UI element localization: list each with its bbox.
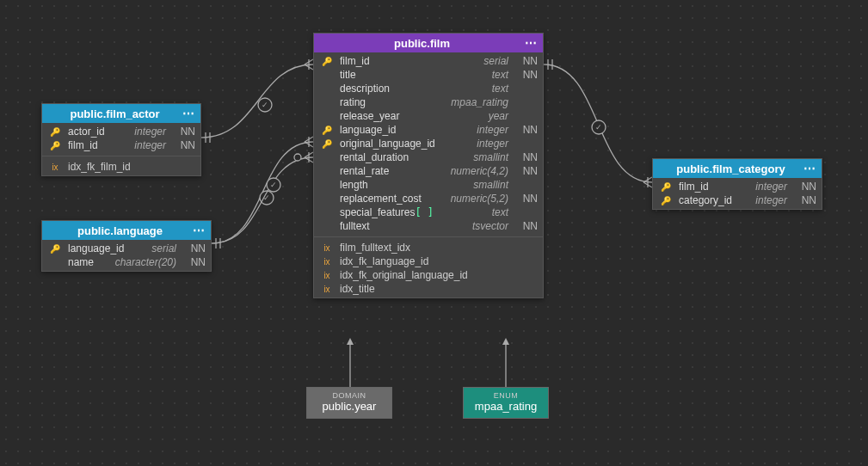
table-title: public.film — [319, 37, 525, 50]
column-row[interactable]: 🔑category_idintegerNN — [653, 193, 822, 207]
index-icon: ix — [319, 257, 335, 267]
type-label: ENUM — [472, 391, 539, 400]
column-notnull: NN — [187, 242, 206, 254]
svg-line-4 — [305, 64, 313, 70]
type-name: public.year — [316, 400, 383, 413]
column-row[interactable]: 🔑film_idintegerNN — [42, 138, 200, 152]
column-notnull: NN — [187, 256, 206, 268]
svg-point-25 — [592, 120, 606, 134]
column-row[interactable]: 🔑film_idintegerNN — [653, 180, 822, 193]
svg-line-10 — [305, 137, 313, 142]
primary-key-icon: 🔑 — [47, 141, 63, 150]
svg-line-15 — [305, 152, 313, 157]
index-name: idx_fk_film_id — [68, 161, 131, 173]
column-name: name — [68, 256, 110, 268]
table-header[interactable]: public.language ⋯ — [42, 221, 211, 240]
index-name: idx_title — [340, 283, 375, 295]
column-type: tsvector — [472, 220, 514, 232]
table-language[interactable]: public.language ⋯ 🔑language_idserialNNna… — [41, 220, 212, 272]
foreign-key-icon: 🔑 — [319, 126, 335, 135]
column-row[interactable]: 🔑language_idintegerNN — [314, 123, 543, 137]
svg-point-5 — [258, 98, 272, 112]
column-row[interactable]: 🔑film_idserialNN — [314, 54, 543, 68]
table-film[interactable]: public.film ⋯ 🔑film_idserialNNtitletextN… — [313, 33, 544, 298]
table-title: public.film_category — [658, 162, 803, 175]
column-row[interactable]: 🔑original_language_idinteger — [314, 137, 543, 150]
column-name: replacement_cost — [340, 193, 446, 205]
column-type: integer — [755, 194, 792, 206]
column-row[interactable]: namecharacter(20)NN — [42, 255, 211, 269]
table-header[interactable]: public.film_actor ⋯ — [42, 104, 200, 123]
index-icon: ix — [319, 271, 335, 280]
table-columns: 🔑film_idserialNNtitletextNNdescriptionte… — [314, 52, 543, 235]
index-name: idx_fk_language_id — [340, 255, 428, 267]
table-menu-icon[interactable]: ⋯ — [525, 36, 538, 50]
svg-text:✓: ✓ — [595, 123, 602, 132]
svg-marker-27 — [347, 338, 354, 345]
index-row[interactable]: ixidx_fk_language_id — [314, 254, 543, 268]
column-row[interactable]: 🔑language_idserialNN — [42, 242, 211, 255]
type-box-domain[interactable]: DOMAIN public.year — [306, 387, 392, 419]
table-menu-icon[interactable]: ⋯ — [182, 107, 195, 120]
table-columns: 🔑film_idintegerNN🔑category_idintegerNN — [653, 178, 822, 209]
table-columns: 🔑actor_idintegerNN🔑film_idintegerNN — [42, 123, 200, 154]
column-name: special_features[ ] — [340, 206, 487, 218]
column-notnull: NN — [797, 194, 816, 206]
column-row[interactable]: ratingmpaa_rating — [314, 95, 543, 109]
column-name: film_id — [679, 181, 750, 193]
column-name: film_id — [68, 139, 129, 151]
column-row[interactable]: special_features[ ]text — [314, 205, 543, 219]
column-type: text — [492, 206, 514, 218]
column-row[interactable]: replacement_costnumeric(5,2)NN — [314, 192, 543, 205]
column-type: numeric(5,2) — [451, 193, 514, 205]
index-row[interactable]: ixfilm_fulltext_idx — [314, 241, 543, 254]
primary-key-icon: 🔑 — [47, 244, 63, 254]
svg-line-16 — [305, 157, 313, 162]
column-row[interactable]: fulltexttsvectorNN — [314, 219, 543, 233]
table-header[interactable]: public.film ⋯ — [314, 34, 543, 52]
table-film-category[interactable]: public.film_category ⋯ 🔑film_idintegerNN… — [652, 158, 822, 210]
table-header[interactable]: public.film_category ⋯ — [653, 159, 822, 178]
index-name: idx_fk_original_language_id — [340, 269, 468, 281]
column-name: release_year — [340, 110, 483, 122]
index-row[interactable]: ixidx_fk_original_language_id — [314, 268, 543, 282]
table-title: public.language — [47, 224, 193, 237]
index-row[interactable]: ixidx_title — [314, 282, 543, 296]
index-name: film_fulltext_idx — [340, 242, 410, 254]
column-type: integer — [477, 138, 514, 150]
column-row[interactable]: titletextNN — [314, 68, 543, 82]
type-box-enum[interactable]: ENUM mpaa_rating — [463, 387, 549, 419]
index-icon: ix — [47, 162, 63, 172]
column-name: rental_duration — [340, 151, 468, 163]
table-indexes: ixidx_fk_film_id — [42, 158, 200, 175]
column-name: film_id — [340, 55, 478, 67]
column-row[interactable]: rental_durationsmallintNN — [314, 150, 543, 164]
column-name: category_id — [679, 194, 750, 206]
column-type: integer — [755, 181, 792, 193]
svg-point-17 — [294, 154, 301, 161]
primary-key-icon: 🔑 — [658, 196, 674, 205]
table-film-actor[interactable]: public.film_actor ⋯ 🔑actor_idintegerNN🔑f… — [41, 103, 201, 176]
table-menu-icon[interactable]: ⋯ — [193, 224, 206, 237]
primary-key-icon: 🔑 — [658, 182, 674, 192]
column-type: serial — [483, 55, 514, 67]
column-name: actor_id — [68, 126, 129, 138]
column-row[interactable]: rental_ratenumeric(4,2)NN — [314, 164, 543, 178]
svg-text:✓: ✓ — [263, 193, 270, 202]
column-name: description — [340, 83, 487, 95]
column-row[interactable]: 🔑actor_idintegerNN — [42, 125, 200, 138]
column-type: mpaa_rating — [451, 96, 514, 108]
index-row[interactable]: ixidx_fk_film_id — [42, 160, 200, 174]
column-name: language_id — [68, 242, 146, 254]
svg-point-18 — [267, 178, 280, 192]
column-type: text — [492, 83, 514, 95]
svg-point-12 — [260, 191, 274, 205]
column-notnull: NN — [519, 165, 538, 177]
svg-line-11 — [305, 142, 313, 147]
column-row[interactable]: release_yearyear — [314, 109, 543, 123]
table-menu-icon[interactable]: ⋯ — [803, 162, 816, 175]
column-row[interactable]: descriptiontext — [314, 82, 543, 95]
column-row[interactable]: lengthsmallint — [314, 178, 543, 192]
column-name: rental_rate — [340, 165, 446, 177]
table-title: public.film_actor — [47, 107, 182, 120]
